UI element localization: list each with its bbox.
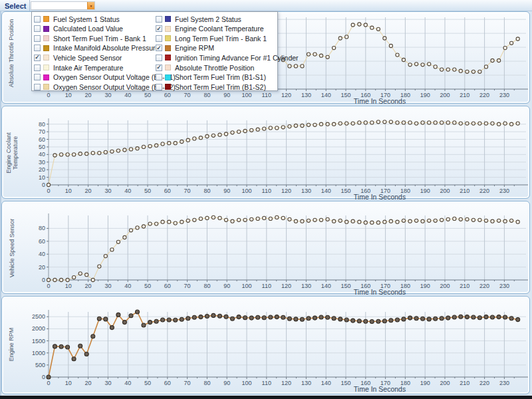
combo-dropdown-button[interactable]: ▼ [87,2,94,9]
data-point-marker [307,317,311,321]
pid-item-row[interactable]: Long Term Fuel Trim - Bank 1 [156,33,267,43]
pid-item-row[interactable]: Oxygen Sensor Output Voltage (B1-S1) [34,72,176,82]
svg-text:150: 150 [340,188,350,194]
svg-text:70: 70 [184,283,191,289]
data-point-marker [453,68,456,71]
data-point-marker [478,218,481,221]
pid-item-row[interactable]: Short Term Fuel Trim (B1-S1) [156,72,266,82]
checkbox-unchecked-icon[interactable] [156,35,162,42]
pid-item-row[interactable]: Fuel System 1 Status [34,14,120,24]
svg-text:120: 120 [281,380,291,386]
data-point-marker [104,150,107,154]
data-point-marker [471,70,475,73]
data-point-marker [434,65,437,68]
pid-item-row[interactable]: Short Term Fuel Trim (B1-S2) [156,82,266,92]
data-point-marker [294,124,297,127]
svg-text:50: 50 [39,144,45,150]
pid-item-label: Ignition Timing Advance For #1 Cylinder [175,54,299,62]
data-point-marker [47,375,51,379]
checkbox-unchecked-icon[interactable] [156,74,162,80]
checkbox-checked-icon[interactable]: ✓ [34,55,41,61]
svg-text:110: 110 [262,188,271,194]
svg-text:20: 20 [85,283,92,289]
data-point-marker [294,65,297,68]
data-point-marker [319,122,323,126]
series-line [49,217,518,280]
pid-item-row[interactable]: Oxygen Sensor Output Voltage (B1-S2) [34,82,176,92]
checkbox-unchecked-icon[interactable] [34,35,41,42]
pid-item-row[interactable]: Fuel System 2 Status [156,14,241,24]
data-point-marker [211,313,215,317]
pid-item-row[interactable]: ✓Engine RPM [156,43,214,53]
checkbox-unchecked-icon[interactable] [156,55,162,61]
data-point-marker [66,345,70,349]
checkbox-checked-icon[interactable]: ✓ [156,45,162,51]
pid-item-row[interactable]: ✓Vehicle Speed Sensor [34,53,122,63]
pid-combo-box[interactable]: ▼ [31,1,95,10]
data-point-marker [72,276,76,279]
data-point-marker [250,128,253,132]
data-point-marker [224,315,228,319]
data-point-marker [396,53,399,57]
pid-item-row[interactable]: ✓Absolute Throttle Position [156,63,254,72]
data-point-marker [53,154,57,157]
data-point-marker [110,150,114,153]
data-point-marker [148,222,152,225]
data-point-marker [389,120,392,124]
data-point-marker [60,153,63,156]
data-point-marker [66,278,69,281]
svg-text:100: 100 [241,380,251,386]
svg-text:60: 60 [164,380,171,386]
svg-text:50: 50 [144,283,151,289]
pid-item-row[interactable]: Calculated Load Value [34,24,123,34]
svg-text:210: 210 [460,380,469,386]
checkbox-unchecked-icon[interactable] [34,84,41,90]
data-point-marker [414,317,418,321]
svg-text:40: 40 [124,92,131,98]
svg-text:30: 30 [39,159,45,166]
pid-item-row[interactable]: Intake Air Temperature [34,63,123,72]
pid-item-row[interactable]: Intake Manifold Absolute Pressure [34,43,159,53]
data-point-marker [288,217,291,221]
data-point-marker [148,144,152,148]
svg-text:90: 90 [223,92,230,98]
data-point-marker [275,315,279,319]
svg-text:0: 0 [47,92,50,98]
pid-item-row[interactable]: Short Term Fuel Trim - Bank 1 [34,33,146,43]
checkbox-unchecked-icon[interactable] [34,74,41,80]
svg-text:50: 50 [144,188,151,194]
svg-text:140: 140 [321,380,331,386]
data-point-marker [59,344,63,348]
data-point-marker [263,216,266,219]
checkbox-unchecked-icon[interactable] [34,45,41,51]
checkbox-unchecked-icon[interactable] [156,16,162,23]
data-point-marker [180,140,184,143]
data-point-marker [510,122,513,126]
data-point-marker [364,121,367,124]
data-point-marker [319,54,323,57]
y-axis-label: Engine RPM [3,312,19,377]
data-point-marker [376,120,380,124]
data-point-marker [275,126,279,130]
data-point-marker [383,220,386,223]
checkbox-unchecked-icon[interactable] [156,84,162,90]
checkbox-checked-icon[interactable]: ✓ [156,25,162,32]
svg-text:120: 120 [281,188,291,194]
pid-item-label: Short Term Fuel Trim (B1-S1) [175,73,266,81]
pid-item-row[interactable]: ✓Engine Coolant Temperature [156,24,263,34]
checkbox-unchecked-icon[interactable] [34,65,41,71]
checkbox-unchecked-icon[interactable] [34,16,41,23]
chart-plot: 0500100015002000250001020304050607080901… [2,297,529,395]
svg-text:90: 90 [223,188,230,194]
series-line [49,122,518,185]
data-point-marker [516,318,520,322]
data-point-marker [218,216,221,219]
checkbox-checked-icon[interactable]: ✓ [156,65,162,71]
pid-color-swatch [43,55,49,61]
data-point-marker [345,122,348,125]
pid-item-row[interactable]: Ignition Timing Advance For #1 Cylinder [156,53,299,63]
data-point-marker [459,315,463,319]
checkbox-unchecked-icon[interactable] [34,25,41,32]
svg-text:200: 200 [440,92,450,98]
data-point-marker [155,144,158,147]
